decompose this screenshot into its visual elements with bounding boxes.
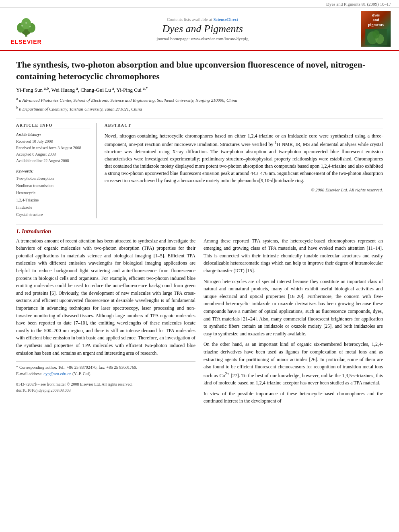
intro-paragraph-5: In view of the possible importance of th…: [204, 390, 383, 405]
intro-right-column: Among these reported TPA systems, the he…: [204, 237, 383, 408]
article-dates: Received 10 July 2008 Received in revise…: [16, 138, 90, 164]
affiliation-a: a a Advanced Photonics Center, School of…: [16, 96, 383, 103]
intro-paragraph-1: A tremendous amount of recent attention …: [16, 237, 195, 357]
intro-paragraph-4: On the other hand, as an important kind …: [204, 341, 383, 387]
journal-cover-image: dyes and pigments: [361, 11, 391, 47]
email-link[interactable]: cyp@seu.edu.cn: [43, 372, 71, 376]
abstract-label: ABSTRACT: [105, 123, 383, 129]
cover-thumbnail-art: [364, 29, 388, 45]
intro-left-column: A tremendous amount of recent attention …: [16, 237, 195, 408]
article-info-label: ARTICLE INFO: [16, 123, 90, 129]
introduction-heading: 1. Introduction: [16, 228, 383, 235]
keywords-block: Keywords: Two-photon absorption Nonlinea…: [16, 169, 90, 218]
svg-point-11: [372, 30, 380, 39]
corresponding-author-note: * Corresponding author. Tel.: +86 25 837…: [16, 364, 195, 371]
journal-meta-bar: Dyes and Pigments 81 (2009) 10–17: [0, 0, 399, 8]
homepage-line: journal homepage: www.elsevier.com/locat…: [44, 36, 361, 41]
article-history-heading: Article history:: [16, 132, 90, 137]
article-info-column: ARTICLE INFO Article history: Received 1…: [16, 123, 97, 218]
intro-paragraph-3: Nitrogen heterocycles are of special int…: [204, 278, 383, 338]
article-info-abstract-section: ARTICLE INFO Article history: Received 1…: [16, 119, 383, 218]
svg-point-7: [25, 22, 27, 24]
journal-title: Dyes and Pigments: [44, 23, 361, 35]
keywords-heading: Keywords:: [16, 169, 90, 173]
abstract-text: Novel, nitrogen-containing heterocyclic …: [105, 132, 383, 184]
email-note: E-mail address: cyp@seu.edu.cn (Y.-P. Cu…: [16, 371, 195, 377]
footnote-area: * Corresponding author. Tel.: +86 25 837…: [16, 362, 195, 393]
svg-point-5: [21, 25, 23, 27]
intro-paragraph-2: Among these reported TPA systems, the he…: [204, 237, 383, 275]
article-history-block: Article history: Received 10 July 2008 R…: [16, 132, 90, 164]
abstract-copyright: © 2008 Elsevier Ltd. All rights reserved…: [105, 187, 383, 192]
article-main-content: The synthesis, two-photon absorption and…: [0, 59, 399, 408]
keywords-list: Two-photon absorption Nonlinear transmis…: [16, 175, 90, 218]
issn-line: 0143-7208/$ – see front matter © 2008 El…: [16, 381, 195, 393]
elsevier-brand-name: ELSEVIER: [10, 39, 41, 45]
article-title: The synthesis, two-photon absorption and…: [16, 59, 383, 82]
abstract-column: ABSTRACT Novel, nitrogen-containing hete…: [105, 123, 383, 218]
elsevier-tree-icon: [12, 16, 40, 38]
section-divider: [16, 224, 383, 224]
journal-header: ELSEVIER Contents lists available at Sci…: [0, 8, 399, 51]
journal-reference: Dyes and Pigments 81 (2009) 10–17: [326, 2, 391, 6]
affiliation-b: b b Department of Chemistry, Taishan Uni…: [16, 105, 383, 112]
svg-point-6: [29, 26, 31, 27]
sciencedirect-line: Contents lists available at ScienceDirec…: [44, 17, 361, 22]
sciencedirect-link[interactable]: ScienceDirect: [213, 17, 238, 22]
elsevier-logo: ELSEVIER: [8, 13, 44, 45]
journal-center-header: Contents lists available at ScienceDirec…: [44, 17, 361, 41]
authors-line: Yi-Feng Sun a,b, Wei Huang a, Chang-Gui …: [16, 86, 383, 93]
introduction-body: A tremendous amount of recent attention …: [16, 237, 383, 408]
